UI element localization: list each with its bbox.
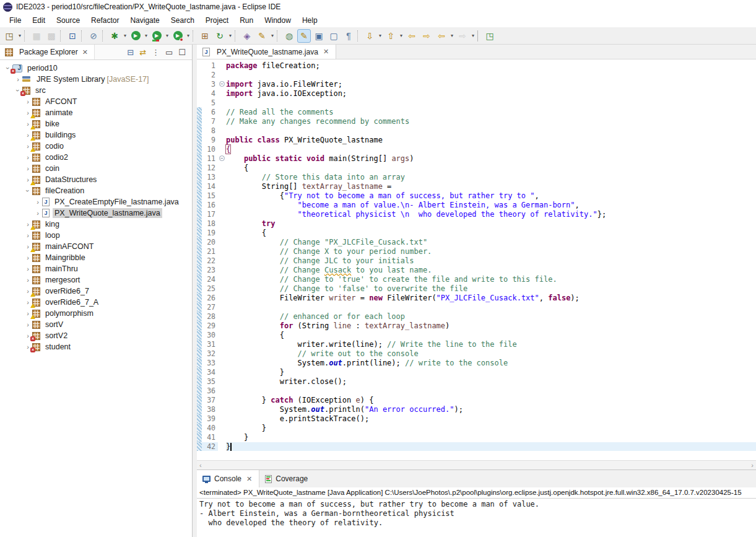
line-number[interactable]: 13 bbox=[202, 173, 218, 181]
line-number[interactable]: 23 bbox=[202, 266, 218, 274]
line-number[interactable]: 35 bbox=[202, 377, 218, 386]
code-line[interactable]: 34 } bbox=[197, 367, 756, 377]
code-line[interactable]: 31 writer.write(line); // Write the line… bbox=[197, 339, 756, 349]
expand-chevron-icon[interactable]: › bbox=[24, 154, 32, 161]
line-number[interactable]: 36 bbox=[202, 386, 218, 395]
show-whitespace-button[interactable]: ¶ bbox=[342, 29, 355, 43]
new-wizard-button[interactable]: ◳ bbox=[2, 29, 16, 43]
tree-item-student[interactable]: ›×student bbox=[0, 341, 192, 352]
tree-item-loop[interactable]: ›loop bbox=[0, 230, 192, 241]
menu-help[interactable]: Help bbox=[297, 15, 323, 26]
menu-window[interactable]: Window bbox=[259, 15, 297, 26]
collapse-all-icon[interactable]: ⊟ bbox=[127, 48, 134, 56]
tree-item-buildings[interactable]: ›buildings bbox=[0, 129, 192, 141]
code-line[interactable]: 3−import java.io.FileWriter; bbox=[197, 79, 756, 89]
expand-chevron-icon[interactable]: › bbox=[24, 321, 32, 328]
back-dropdown[interactable]: ▾ bbox=[449, 33, 455, 38]
line-number[interactable]: 20 bbox=[202, 238, 218, 247]
code-line[interactable]: 12 { bbox=[197, 163, 756, 172]
code-line[interactable]: 7// Make any changes recommend by commen… bbox=[197, 116, 756, 126]
view-menu-icon[interactable]: ⋮ bbox=[152, 48, 160, 56]
show-source-of-element-button[interactable]: ▣ bbox=[312, 29, 326, 43]
console-output[interactable]: Try not to become a man of success, but … bbox=[197, 499, 756, 537]
code-line[interactable]: 39 e.printStackTrace(); bbox=[197, 414, 756, 423]
menu-run[interactable]: Run bbox=[234, 15, 259, 26]
line-number[interactable]: 32 bbox=[202, 349, 218, 358]
code-line[interactable]: 37 } catch (IOException e) { bbox=[197, 395, 756, 404]
code-line[interactable]: 16 "become a man of value.\n- Albert Ein… bbox=[197, 200, 756, 209]
line-number[interactable]: 29 bbox=[202, 321, 218, 330]
tree-item-AFCONT[interactable]: ›AFCONT bbox=[0, 96, 192, 107]
java-search-pen-dropdown[interactable]: ▾ bbox=[269, 33, 276, 38]
profile-button[interactable]: ▶ bbox=[171, 29, 185, 43]
line-number[interactable]: 12 bbox=[202, 164, 218, 172]
line-number[interactable]: 33 bbox=[202, 359, 218, 367]
expand-chevron-icon[interactable]: › bbox=[33, 209, 42, 217]
collapse-fold-icon[interactable]: − bbox=[219, 155, 225, 161]
line-number[interactable]: 5 bbox=[202, 98, 218, 107]
tree-item-sortV[interactable]: ›sortV bbox=[0, 319, 192, 330]
menu-search[interactable]: Search bbox=[165, 15, 200, 26]
expand-chevron-icon[interactable]: › bbox=[24, 98, 32, 105]
code-line[interactable]: 19 { bbox=[197, 228, 756, 237]
tree-item-overRide6_7_A[interactable]: ›overRide6_7_A bbox=[0, 297, 192, 308]
code-line[interactable]: 28 // enhanced or for each loop bbox=[197, 312, 756, 321]
refresh-button[interactable]: ↻ bbox=[213, 29, 227, 43]
tree-item-fileCreation[interactable]: ›fileCreation bbox=[0, 185, 192, 196]
code-line[interactable]: 18 try bbox=[197, 219, 756, 228]
line-number[interactable]: 41 bbox=[202, 433, 218, 442]
code-line[interactable]: 6// Read all the comments bbox=[197, 107, 756, 116]
code-line[interactable]: 5 bbox=[197, 98, 756, 107]
expand-chevron-icon[interactable]: › bbox=[24, 232, 32, 239]
tree-item-animate[interactable]: ›animate bbox=[0, 107, 192, 118]
tree-item-codio2[interactable]: ›codio2 bbox=[0, 152, 192, 163]
line-number[interactable]: 14 bbox=[202, 182, 218, 191]
line-number[interactable]: 28 bbox=[202, 312, 218, 321]
new-wizard-dropdown[interactable]: ▾ bbox=[17, 33, 23, 38]
tab-console[interactable]: Console ✕ bbox=[197, 470, 259, 487]
tree-item-bike[interactable]: ›bike bbox=[0, 118, 192, 129]
show-block-selection-button[interactable]: ▢ bbox=[327, 29, 341, 43]
menu-navigate[interactable]: Navigate bbox=[124, 15, 165, 26]
open-console-button[interactable]: ⊡ bbox=[66, 29, 79, 43]
line-number[interactable]: 39 bbox=[202, 414, 218, 423]
code-line[interactable]: 21 // Change X to your period number. bbox=[197, 247, 756, 256]
tree-item-DataStructures[interactable]: ›DataStructures bbox=[0, 174, 192, 185]
coverage-dropdown[interactable]: ▾ bbox=[164, 33, 170, 38]
line-number[interactable]: 18 bbox=[202, 219, 218, 228]
line-number[interactable]: 9 bbox=[202, 136, 218, 144]
code-line[interactable]: 10{ bbox=[197, 144, 756, 154]
tree-item-src[interactable]: ›×src bbox=[0, 85, 192, 96]
expand-chevron-icon[interactable]: › bbox=[24, 276, 32, 284]
code-line[interactable]: 26 FileWriter writer = new FileWriter("P… bbox=[197, 293, 756, 302]
line-number[interactable]: 21 bbox=[202, 247, 218, 256]
close-icon[interactable]: ✕ bbox=[322, 48, 330, 56]
pin-editor-button[interactable]: ◳ bbox=[483, 29, 497, 43]
code-line[interactable]: 17 "theoretical physicist \n who develop… bbox=[197, 209, 756, 219]
open-type-button[interactable]: ◈ bbox=[240, 29, 254, 43]
code-line[interactable]: 32 // write out to the console bbox=[197, 349, 756, 358]
line-number[interactable]: 6 bbox=[202, 108, 218, 116]
line-number[interactable]: 1 bbox=[202, 61, 218, 70]
expand-chevron-icon[interactable]: › bbox=[24, 186, 32, 195]
skip-all-breakpoints-button[interactable]: ⊘ bbox=[87, 29, 100, 43]
last-edit-location-button[interactable]: ⇦ bbox=[405, 29, 419, 43]
close-icon[interactable]: ✕ bbox=[81, 48, 89, 56]
next-annotation-dropdown[interactable]: ▾ bbox=[377, 33, 383, 38]
code-line[interactable]: 42} bbox=[197, 442, 756, 451]
scroll-left-icon[interactable]: ‹ bbox=[199, 461, 202, 469]
line-number[interactable]: 30 bbox=[202, 331, 218, 339]
open-task-button[interactable]: ◍ bbox=[282, 29, 296, 43]
line-number[interactable]: 31 bbox=[202, 340, 218, 349]
horizontal-scrollbar[interactable]: ‹ › bbox=[197, 460, 756, 469]
code-line[interactable]: 27 bbox=[197, 302, 756, 312]
scroll-right-icon[interactable]: › bbox=[751, 461, 754, 469]
tree-item-polymorphism[interactable]: ›polymorphism bbox=[0, 308, 192, 319]
code-line[interactable]: 30 { bbox=[197, 330, 756, 339]
coverage-button[interactable]: ▶ bbox=[150, 29, 163, 43]
java-search-pen-button[interactable]: ✎ bbox=[255, 29, 269, 43]
tree-item-mergesort[interactable]: ›mergesort bbox=[0, 274, 192, 286]
tree-item-sortV2[interactable]: ›×sortV2 bbox=[0, 330, 192, 341]
tab-editor-file[interactable]: PX_WriteQuote_lastname.java ✕ bbox=[197, 45, 336, 59]
next-annotation-button[interactable]: ⇩ bbox=[363, 29, 376, 43]
